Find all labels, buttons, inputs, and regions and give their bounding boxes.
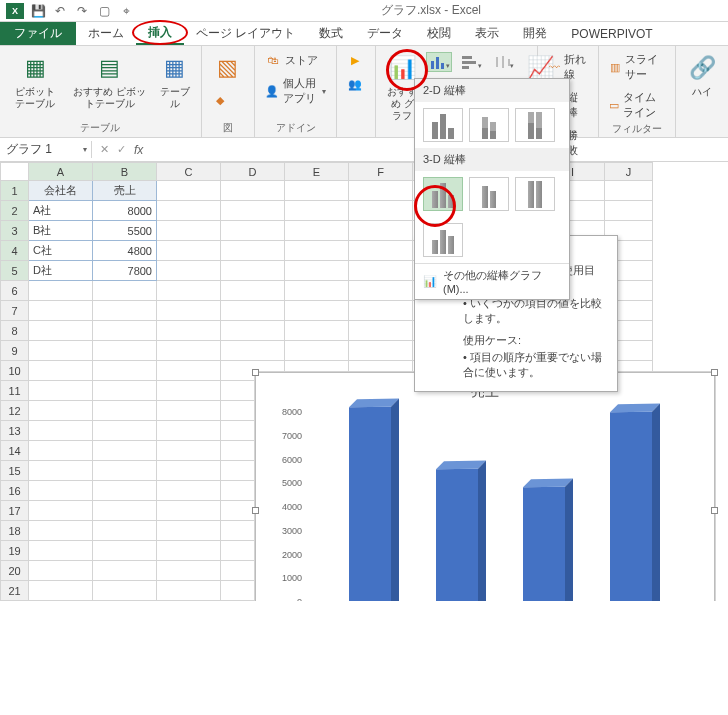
cell[interactable] (285, 281, 349, 301)
row-header[interactable]: 6 (1, 281, 29, 301)
chart-plot-area[interactable]: 8000 7000 6000 5000 4000 3000 2000 1000 … (306, 407, 694, 601)
cell[interactable] (157, 361, 221, 381)
cell[interactable] (29, 481, 93, 501)
people-button[interactable]: 👥 (343, 74, 367, 94)
cell[interactable] (93, 461, 157, 481)
cell[interactable] (29, 401, 93, 421)
cell[interactable] (221, 281, 285, 301)
col-header-C[interactable]: C (157, 163, 221, 181)
cell[interactable] (285, 321, 349, 341)
cell[interactable] (157, 561, 221, 581)
cell-A4[interactable]: C社 (29, 241, 93, 261)
tab-formulas[interactable]: 数式 (307, 22, 355, 45)
cell[interactable] (349, 301, 413, 321)
tab-powerpivot[interactable]: POWERPIVOT (559, 22, 664, 45)
cell[interactable] (157, 421, 221, 441)
myapps-button[interactable]: 👤個人用アプリ ▾ (261, 74, 330, 108)
thumb-2d-clustered[interactable] (423, 108, 463, 142)
cell-B2[interactable]: 8000 (93, 201, 157, 221)
row-header[interactable]: 4 (1, 241, 29, 261)
embedded-chart[interactable]: 売上 8000 7000 6000 5000 4000 3000 2000 10… (255, 372, 715, 601)
row-header[interactable]: 2 (1, 201, 29, 221)
slicer-button[interactable]: ▥スライサー (605, 50, 669, 84)
cell[interactable] (157, 321, 221, 341)
thumb-3d-stacked[interactable] (469, 177, 509, 211)
resize-handle[interactable] (711, 507, 718, 514)
thumb-2d-stacked[interactable] (469, 108, 509, 142)
fx-icon[interactable]: fx (134, 143, 143, 157)
cell[interactable] (93, 301, 157, 321)
cell[interactable] (221, 301, 285, 321)
cell[interactable] (29, 301, 93, 321)
cell-B4[interactable]: 4800 (93, 241, 157, 261)
cell[interactable] (285, 301, 349, 321)
pictures-button[interactable]: ▧ (208, 50, 248, 86)
tab-insert[interactable]: 挿入 (136, 22, 184, 45)
cell[interactable] (93, 381, 157, 401)
cell[interactable] (605, 201, 653, 221)
table-button[interactable]: ▦ テーブル (155, 50, 195, 112)
cell[interactable] (285, 221, 349, 241)
cell[interactable] (157, 341, 221, 361)
cell[interactable] (29, 441, 93, 461)
cell[interactable] (29, 541, 93, 561)
cell[interactable] (93, 401, 157, 421)
row-header[interactable]: 3 (1, 221, 29, 241)
chart-bar[interactable] (349, 407, 391, 601)
undo-icon[interactable]: ↶ (52, 3, 68, 19)
row-header[interactable]: 10 (1, 361, 29, 381)
cell[interactable] (93, 521, 157, 541)
cell[interactable] (157, 541, 221, 561)
name-box[interactable]: グラフ 1▾ (0, 141, 92, 158)
hyperlink-button[interactable]: 🔗ハイ (682, 50, 722, 100)
cell[interactable] (157, 181, 221, 201)
resize-handle[interactable] (252, 369, 259, 376)
cell[interactable] (157, 261, 221, 281)
thumb-3d-100stacked[interactable] (515, 177, 555, 211)
cell[interactable] (349, 221, 413, 241)
col-header-J[interactable]: J (605, 163, 653, 181)
cell-B1[interactable]: 売上 (93, 181, 157, 201)
cell[interactable] (349, 341, 413, 361)
cancel-formula-icon[interactable]: ✕ (100, 143, 109, 156)
row-header[interactable]: 20 (1, 561, 29, 581)
row-header[interactable]: 21 (1, 581, 29, 601)
cell[interactable] (157, 241, 221, 261)
cell[interactable] (93, 481, 157, 501)
cell[interactable] (221, 201, 285, 221)
cell[interactable] (93, 361, 157, 381)
tab-review[interactable]: 校閲 (415, 22, 463, 45)
bar-chart-button[interactable]: ▾ (458, 52, 484, 72)
cell[interactable] (349, 261, 413, 281)
cell[interactable] (93, 441, 157, 461)
shapes-button[interactable]: ◆ (208, 90, 232, 110)
cell-A1[interactable]: 会社名 (29, 181, 93, 201)
thumb-3d-clustered[interactable] (423, 177, 463, 211)
row-header[interactable]: 13 (1, 421, 29, 441)
cell[interactable] (29, 281, 93, 301)
cell[interactable] (285, 341, 349, 361)
tab-file[interactable]: ファイル (0, 22, 76, 45)
new-icon[interactable]: ▢ (96, 3, 112, 19)
chart-bar[interactable] (436, 469, 478, 601)
cell[interactable] (29, 341, 93, 361)
cell[interactable] (29, 521, 93, 541)
col-header-F[interactable]: F (349, 163, 413, 181)
cell[interactable] (93, 321, 157, 341)
row-header[interactable]: 16 (1, 481, 29, 501)
cell[interactable] (349, 321, 413, 341)
col-header-E[interactable]: E (285, 163, 349, 181)
cell[interactable] (221, 321, 285, 341)
cell[interactable] (29, 461, 93, 481)
more-column-charts[interactable]: 📊その他の縦棒グラフ(M)... (415, 263, 569, 299)
cell[interactable] (93, 501, 157, 521)
cell[interactable] (157, 441, 221, 461)
row-header[interactable]: 19 (1, 541, 29, 561)
row-header[interactable]: 12 (1, 401, 29, 421)
store-button[interactable]: 🛍ストア (261, 50, 322, 70)
chart-bar[interactable] (610, 412, 652, 601)
cell-B5[interactable]: 7800 (93, 261, 157, 281)
chart-bar[interactable] (523, 486, 565, 601)
cell[interactable] (349, 281, 413, 301)
row-header[interactable]: 1 (1, 181, 29, 201)
